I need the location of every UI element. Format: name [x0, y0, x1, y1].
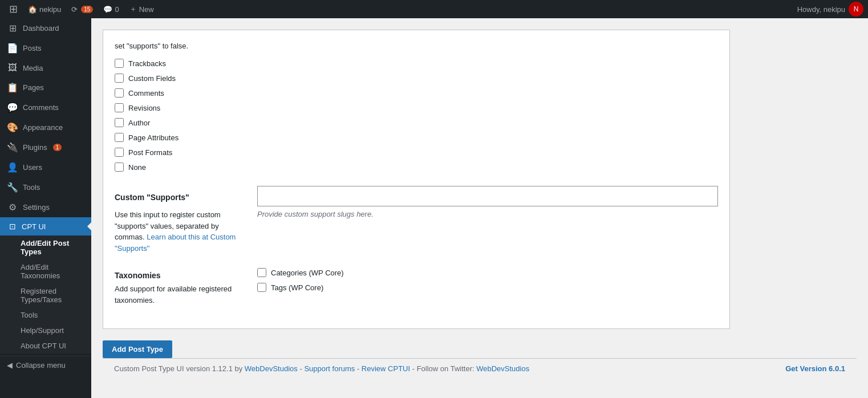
checkbox-revisions-row: Revisions: [115, 100, 718, 115]
submenu-about-cpt-ui[interactable]: About CPT UI: [0, 338, 91, 354]
wp-logo-icon: ⊞: [9, 3, 18, 15]
footer-version-link[interactable]: Get Version 6.0.1: [785, 364, 845, 373]
checkbox-categories-label[interactable]: Categories (WP Core): [271, 269, 344, 277]
checkbox-revisions[interactable]: [115, 103, 124, 112]
note-text: set "supports" to false.: [115, 42, 718, 50]
checkbox-post-formats[interactable]: [115, 148, 124, 157]
taxonomies-text: Add support for available registered tax…: [115, 283, 240, 306]
checkbox-none-label[interactable]: None: [128, 163, 146, 172]
footer-text: Custom Post Type UI version 1.12.1 by We…: [114, 364, 529, 373]
sidebar-item-settings[interactable]: ⚙ Settings: [0, 197, 91, 217]
checkbox-trackbacks[interactable]: [115, 59, 124, 68]
checkbox-post-formats-label[interactable]: Post Formats: [128, 148, 172, 157]
media-icon: 🖼: [7, 63, 18, 73]
checkbox-custom-fields-label[interactable]: Custom Fields: [128, 74, 176, 83]
cpt-ui-section: ⊡ CPT UI Add/Edit Post Types Add/Edit Ta…: [0, 217, 91, 354]
posts-icon: 📄: [7, 43, 18, 54]
checkbox-tags[interactable]: [257, 283, 266, 292]
appearance-icon: 🎨: [7, 122, 18, 133]
checkbox-custom-fields-row: Custom Fields: [115, 71, 718, 86]
updates-icon: ⟳: [71, 5, 78, 14]
adminbar-wp-logo[interactable]: ⊞: [5, 0, 22, 18]
submenu-add-edit-taxonomies[interactable]: Add/Edit Taxonomies: [0, 259, 91, 283]
form-actions: Add Post Type: [103, 340, 730, 358]
taxonomies-description: Taxonomies Add support for available reg…: [115, 265, 240, 306]
footer-version: Get Version 6.0.1: [785, 364, 845, 373]
adminbar-updates[interactable]: ⟳ 15: [67, 0, 98, 18]
content-box: set "supports" to false. Trackbacks Cust…: [103, 30, 730, 329]
sidebar-item-plugins[interactable]: 🔌 Plugins 1: [0, 137, 91, 157]
custom-supports-input-area: Provide custom support slugs here.: [257, 186, 718, 254]
custom-supports-description: Custom "Supports" Use this input to regi…: [115, 186, 240, 254]
checkbox-custom-fields[interactable]: [115, 74, 124, 83]
checkbox-author[interactable]: [115, 118, 124, 127]
collapse-icon: ◀: [7, 361, 13, 369]
settings-icon: ⚙: [7, 202, 18, 213]
sidebar-item-pages[interactable]: 📋 Pages: [0, 78, 91, 98]
checkbox-post-formats-row: Post Formats: [115, 145, 718, 160]
submenu-tools[interactable]: Tools: [0, 307, 91, 323]
checkbox-page-attributes-row: Page Attributes: [115, 130, 718, 145]
adminbar-howdy[interactable]: Howdy, nekipu N: [797, 2, 863, 17]
sidebar-item-appearance[interactable]: 🎨 Appearance: [0, 117, 91, 137]
add-post-type-button[interactable]: Add Post Type: [103, 340, 172, 358]
checkbox-categories[interactable]: [257, 268, 266, 277]
pages-icon: 📋: [7, 82, 18, 93]
adminbar-site-name[interactable]: 🏠 nekipu: [23, 0, 66, 18]
checkbox-trackbacks-label[interactable]: Trackbacks: [128, 59, 166, 68]
cpt-ui-submenu: Add/Edit Post Types Add/Edit Taxonomies …: [0, 235, 91, 354]
main-content: set "supports" to false. Trackbacks Cust…: [91, 18, 868, 398]
sidebar-item-tools[interactable]: 🔧 Tools: [0, 177, 91, 197]
dashboard-icon: ⊞: [7, 23, 18, 34]
collapse-menu-item[interactable]: ◀ Collapse menu: [0, 356, 91, 374]
custom-supports-title: Custom "Supports": [115, 186, 240, 204]
checkbox-none-row: None: [115, 160, 718, 174]
checkbox-page-attributes-label[interactable]: Page Attributes: [128, 133, 179, 142]
sidebar-item-media[interactable]: 🖼 Media: [0, 58, 91, 78]
footer-webdevstudios-link[interactable]: WebDevStudios: [245, 364, 298, 373]
users-icon: 👤: [7, 162, 18, 173]
checkbox-comments-row: Comments: [115, 86, 718, 100]
admin-bar: ⊞ 🏠 nekipu ⟳ 15 💬 0 ＋ New Howdy, nekipu …: [0, 0, 868, 18]
tools-icon: 🔧: [7, 182, 18, 193]
checkbox-categories-row: Categories (WP Core): [257, 265, 344, 280]
checkbox-comments[interactable]: [115, 88, 124, 98]
sidebar-item-users[interactable]: 👤 Users: [0, 157, 91, 177]
checkbox-trackbacks-row: Trackbacks: [115, 56, 718, 71]
checkbox-author-label[interactable]: Author: [128, 119, 150, 127]
submenu-add-edit-post-types[interactable]: Add/Edit Post Types: [0, 235, 91, 259]
footer-review-link[interactable]: Review CPTUI: [362, 364, 410, 373]
custom-supports-text: Use this input to register custom "suppo…: [115, 209, 240, 254]
taxonomies-checkboxes: Categories (WP Core) Tags (WP Core): [257, 265, 344, 306]
sidebar-item-cpt-ui[interactable]: ⊡ CPT UI: [0, 217, 91, 235]
checkbox-page-attributes[interactable]: [115, 133, 124, 142]
plus-icon: ＋: [129, 4, 137, 14]
taxonomies-section: Taxonomies Add support for available reg…: [115, 265, 718, 306]
plugins-icon: 🔌: [7, 142, 18, 153]
sidebar-item-dashboard[interactable]: ⊞ Dashboard: [0, 18, 91, 38]
footer-support-link[interactable]: Support forums: [304, 364, 355, 373]
plugins-badge: 1: [53, 144, 62, 151]
submenu-help-support[interactable]: Help/Support: [0, 323, 91, 338]
checkbox-comments-label[interactable]: Comments: [128, 89, 164, 98]
comments-sidebar-icon: 💬: [7, 102, 18, 113]
sidebar-item-comments[interactable]: 💬 Comments: [0, 98, 91, 117]
checkbox-tags-row: Tags (WP Core): [257, 280, 344, 295]
footer-twitter-link[interactable]: WebDevStudios: [476, 364, 529, 373]
custom-supports-hint: Provide custom support slugs here.: [257, 210, 718, 218]
checkbox-revisions-label[interactable]: Revisions: [128, 104, 160, 112]
taxonomies-title: Taxonomies: [115, 265, 240, 280]
custom-supports-input[interactable]: [257, 186, 718, 206]
sidebar-item-posts[interactable]: 📄 Posts: [0, 38, 91, 58]
supports-checkboxes: Trackbacks Custom Fields Comments Revisi…: [115, 56, 718, 174]
checkbox-tags-label[interactable]: Tags (WP Core): [271, 283, 323, 292]
adminbar-new[interactable]: ＋ New: [125, 0, 159, 18]
custom-supports-section: Custom "Supports" Use this input to regi…: [115, 186, 718, 254]
adminbar-comments[interactable]: 💬 0: [99, 0, 123, 18]
checkbox-none[interactable]: [115, 163, 124, 172]
home-icon: 🏠: [28, 5, 37, 14]
comments-icon: 💬: [103, 5, 112, 14]
sidebar: ⊞ Dashboard 📄 Posts 🖼 Media 📋 Pages 💬 Co…: [0, 18, 91, 398]
submenu-registered-types-taxes[interactable]: Registered Types/Taxes: [0, 283, 91, 307]
cpt-ui-icon: ⊡: [7, 222, 18, 231]
